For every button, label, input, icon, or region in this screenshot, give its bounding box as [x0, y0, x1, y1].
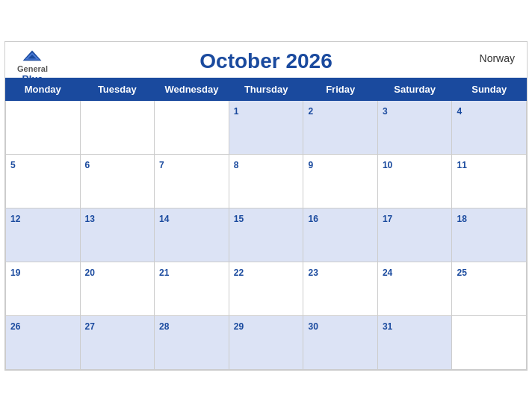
- col-tuesday: Tuesday: [80, 78, 155, 100]
- calendar-header: General Blue October 2026 Norway: [5, 42, 527, 78]
- day-number: 25: [457, 268, 466, 278]
- day-number: 6: [85, 160, 90, 170]
- day-number: 17: [383, 214, 392, 224]
- day-number: 18: [457, 214, 466, 224]
- day-number: 2: [308, 106, 313, 117]
- calendar-week-row: 1234: [6, 100, 527, 154]
- calendar-day-cell: [6, 100, 81, 154]
- day-number: 11: [457, 160, 466, 170]
- calendar-day-cell: 31: [377, 315, 452, 369]
- day-number: 27: [85, 321, 95, 332]
- col-wednesday: Wednesday: [155, 78, 229, 100]
- col-friday: Friday: [303, 78, 377, 100]
- country-label: Norway: [480, 52, 515, 64]
- day-number: 19: [10, 268, 20, 278]
- calendar-day-cell: 28: [155, 315, 229, 369]
- calendar-day-cell: [452, 315, 527, 369]
- day-number: 7: [159, 160, 164, 170]
- calendar-day-cell: 30: [303, 315, 377, 369]
- day-number: 21: [159, 268, 169, 278]
- day-number: 30: [308, 321, 318, 332]
- day-number: 24: [383, 268, 392, 278]
- day-number: 29: [234, 321, 244, 332]
- calendar-day-cell: 23: [303, 262, 377, 315]
- calendar-day-cell: 19: [6, 262, 81, 315]
- calendar-day-cell: 17: [377, 208, 452, 262]
- logo-general-text: General: [17, 64, 48, 73]
- calendar-day-cell: 11: [452, 154, 527, 208]
- calendar-week-row: 567891011: [6, 154, 527, 208]
- day-number: 14: [159, 214, 169, 224]
- calendar-day-cell: 10: [377, 154, 452, 208]
- day-number: 3: [383, 106, 388, 117]
- day-number: 16: [308, 214, 318, 224]
- day-number: 8: [234, 160, 239, 170]
- day-number: 23: [308, 268, 318, 278]
- calendar-day-cell: 14: [155, 208, 229, 262]
- day-number: 5: [10, 160, 16, 170]
- calendar-day-cell: 4: [452, 100, 527, 154]
- calendar-day-cell: 20: [80, 262, 155, 315]
- calendar-day-cell: 12: [6, 208, 81, 262]
- calendar-day-cell: 15: [229, 208, 303, 262]
- col-sunday: Sunday: [452, 78, 527, 100]
- calendar-day-cell: 16: [303, 208, 377, 262]
- calendar-day-cell: 8: [229, 154, 303, 208]
- calendar-day-cell: 6: [80, 154, 155, 208]
- logo-area: General Blue: [17, 49, 48, 84]
- logo-blue-text: Blue: [22, 73, 43, 84]
- logo-icon: [22, 49, 43, 63]
- day-number: 10: [383, 160, 392, 170]
- calendar-day-cell: 1: [229, 100, 303, 154]
- calendar-table: Monday Tuesday Wednesday Thursday Friday…: [5, 78, 527, 370]
- calendar-day-cell: 21: [155, 262, 229, 315]
- day-number: 1: [234, 106, 239, 117]
- day-number: 12: [10, 214, 20, 224]
- calendar-day-cell: 2: [303, 100, 377, 154]
- calendar-week-row: 12131415161718: [6, 208, 527, 262]
- calendar-day-cell: 25: [452, 262, 527, 315]
- calendar-day-cell: 13: [80, 208, 155, 262]
- calendar-day-cell: 18: [452, 208, 527, 262]
- calendar-day-cell: 24: [377, 262, 452, 315]
- day-number: 22: [234, 268, 244, 278]
- col-thursday: Thursday: [229, 78, 303, 100]
- day-number: 15: [234, 214, 244, 224]
- calendar-day-cell: [80, 100, 155, 154]
- calendar-day-cell: [155, 100, 229, 154]
- calendar-day-cell: 9: [303, 154, 377, 208]
- day-number: 20: [85, 268, 95, 278]
- day-number: 31: [383, 321, 392, 332]
- day-number: 13: [85, 214, 95, 224]
- calendar-week-row: 262728293031: [6, 315, 527, 369]
- calendar-day-cell: 5: [6, 154, 81, 208]
- day-number: 26: [10, 321, 20, 332]
- calendar-week-row: 19202122232425: [6, 262, 527, 315]
- calendar-day-cell: 26: [6, 315, 81, 369]
- calendar-day-cell: 22: [229, 262, 303, 315]
- day-number: 9: [308, 160, 313, 170]
- calendar-container: General Blue October 2026 Norway Monday …: [4, 41, 528, 371]
- col-saturday: Saturday: [377, 78, 452, 100]
- calendar-day-cell: 27: [80, 315, 155, 369]
- month-title: October 2026: [200, 49, 332, 73]
- calendar-day-cell: 29: [229, 315, 303, 369]
- day-number: 28: [159, 321, 169, 332]
- calendar-day-cell: 3: [377, 100, 452, 154]
- day-number: 4: [457, 106, 462, 117]
- calendar-day-cell: 7: [155, 154, 229, 208]
- weekday-header-row: Monday Tuesday Wednesday Thursday Friday…: [6, 78, 527, 100]
